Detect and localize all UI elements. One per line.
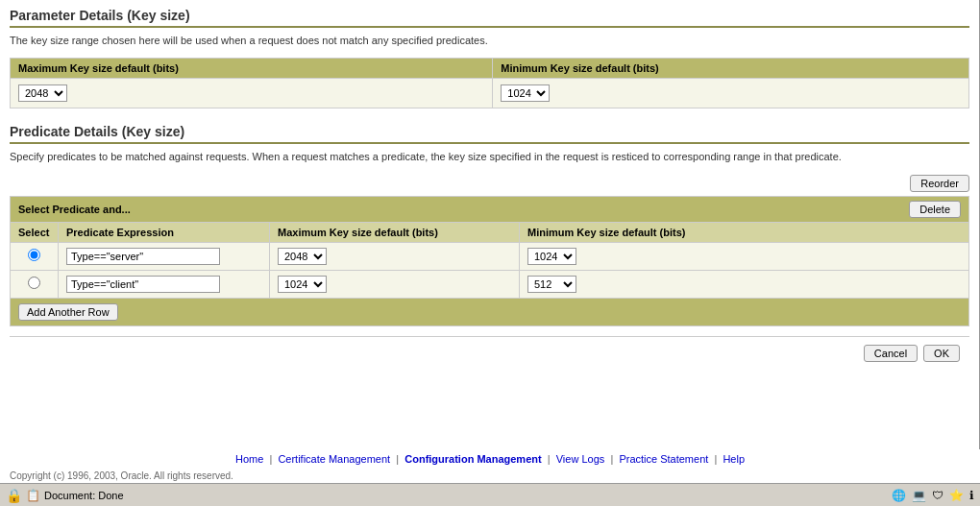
row1-min-key-select[interactable]: 1024 512 2048 4096	[527, 248, 576, 265]
status-bar-icons: 🌐 💻 🛡 ⭐ ℹ	[892, 489, 974, 502]
reorder-button[interactable]: Reorder	[910, 175, 969, 192]
max-key-cell: 2048 4096 1024 512	[11, 79, 493, 108]
status-icon-flag: 📋	[26, 489, 40, 502]
min-key-select[interactable]: 1024 512 2048 4096	[501, 84, 550, 102]
config-mgmt-link[interactable]: Configuration Management	[404, 453, 541, 465]
cancel-button[interactable]: Cancel	[864, 345, 918, 362]
network-icon: 🌐	[892, 489, 906, 502]
max-key-select[interactable]: 2048 4096 1024 512	[18, 84, 67, 102]
status-icon-left: 🔒	[6, 488, 22, 503]
footer-links: Home | Certificate Management | Configur…	[0, 449, 980, 469]
col-select-header: Select	[11, 222, 59, 242]
status-bar: 🔒 📋 Document: Done 🌐 💻 🛡 ⭐ ℹ	[0, 483, 980, 506]
shield-icon: 🛡	[932, 489, 943, 502]
home-link[interactable]: Home	[235, 453, 263, 465]
row2-select-cell	[11, 270, 59, 298]
min-key-header: Minimum Key size default (bits)	[493, 59, 969, 79]
param-table: Maximum Key size default (bits) Minimum …	[10, 58, 969, 108]
predicate-details-section: Predicate Details (Key size) Specify pre…	[10, 124, 969, 325]
row2-predicate-input[interactable]	[66, 276, 220, 293]
row1-radio[interactable]	[28, 249, 40, 261]
delete-button[interactable]: Delete	[909, 201, 961, 218]
col-max-key-header: Maximum Key size default (bits)	[270, 222, 520, 242]
min-key-cell: 1024 512 2048 4096	[493, 79, 969, 108]
status-left: 🔒 📋 Document: Done	[6, 488, 124, 503]
cert-mgmt-link[interactable]: Certificate Management	[278, 453, 390, 465]
ok-button[interactable]: OK	[923, 345, 960, 362]
table-row: 1024 2048 4096 512 512 1024 2048 4096	[11, 270, 969, 298]
table-row: 2048 4096 1024 512 1024 512 2048 4096	[11, 242, 969, 270]
predicate-section-desc: Specify predicates to be matched against…	[10, 150, 969, 164]
row2-predicate-cell	[59, 270, 270, 298]
param-section-title: Parameter Details (Key size)	[10, 8, 969, 28]
row2-max-key-select[interactable]: 1024 2048 4096 512	[278, 276, 327, 293]
row1-predicate-cell	[59, 242, 270, 270]
add-row-button[interactable]: Add Another Row	[18, 303, 118, 321]
col-predicate-header: Predicate Expression	[59, 222, 270, 242]
help-link[interactable]: Help	[723, 453, 745, 465]
row1-predicate-input[interactable]	[66, 248, 220, 265]
col-min-key-header: Minimum Key size default (bits)	[520, 222, 969, 242]
row1-max-key-select[interactable]: 2048 4096 1024 512	[278, 248, 327, 265]
row2-min-key-select[interactable]: 512 1024 2048 4096	[527, 276, 576, 293]
footer-actions: Cancel OK	[10, 336, 969, 370]
parameter-details-section: Parameter Details (Key size) The key siz…	[10, 8, 969, 108]
star-icon: ⭐	[949, 489, 964, 502]
row2-min-key-cell: 512 1024 2048 4096	[520, 270, 969, 298]
predicate-table: Select Predicate Expression Maximum Key …	[10, 222, 969, 299]
copyright-text: Copyright (c) 1996, 2003, Oracle. All ri…	[0, 469, 980, 483]
add-row-bar: Add Another Row	[10, 299, 969, 326]
status-text: Document: Done	[44, 490, 124, 501]
select-predicate-label: Select Predicate and...	[18, 204, 131, 215]
info-icon: ℹ	[969, 489, 974, 502]
row1-select-cell	[11, 242, 59, 270]
practice-stmt-link[interactable]: Practice Statement	[619, 453, 708, 465]
max-key-header: Maximum Key size default (bits)	[11, 59, 493, 79]
row1-max-key-cell: 2048 4096 1024 512	[270, 242, 520, 270]
param-section-desc: The key size range chosen here will be u…	[10, 34, 969, 48]
view-logs-link[interactable]: View Logs	[556, 453, 605, 465]
row2-radio[interactable]	[28, 277, 40, 289]
row1-min-key-cell: 1024 512 2048 4096	[520, 242, 969, 270]
row2-max-key-cell: 1024 2048 4096 512	[270, 270, 520, 298]
computer-icon: 💻	[912, 489, 926, 502]
predicate-header-bar: Select Predicate and... Delete	[10, 196, 969, 222]
reorder-row: Reorder	[10, 175, 969, 192]
predicate-section-title: Predicate Details (Key size)	[10, 124, 969, 144]
